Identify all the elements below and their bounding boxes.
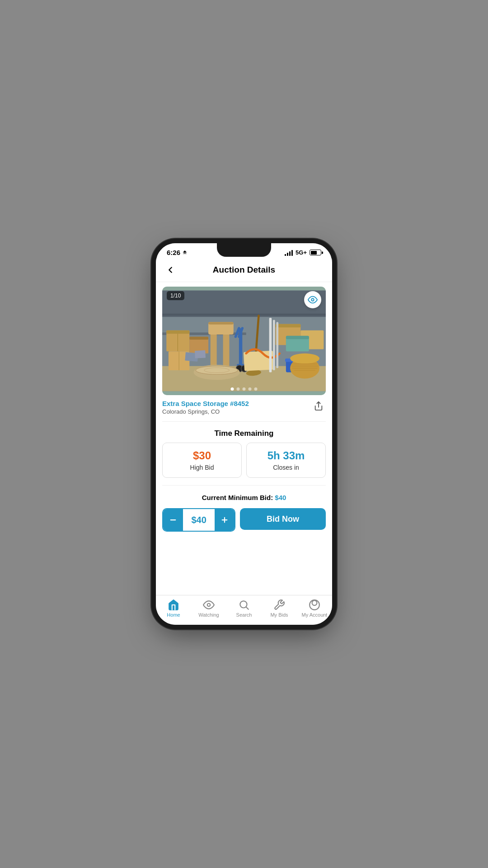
nav-my-bids[interactable]: My Bids	[262, 599, 297, 618]
auction-image-container[interactable]: 1/10	[162, 287, 326, 395]
network-type: 5G+	[296, 249, 307, 256]
image-dots	[231, 387, 258, 391]
status-right: 5G+	[285, 249, 321, 256]
time-section: Time Remaining $30 High Bid 5h 33m Close…	[156, 425, 332, 481]
main-content: 1/10 Extra Space Storage #8452 Colorado	[156, 282, 332, 595]
bid-stepper: $40	[162, 508, 235, 532]
svg-rect-42	[195, 350, 206, 359]
nav-watching[interactable]: Watching	[191, 599, 226, 618]
nav-watching-label: Watching	[198, 612, 219, 618]
share-button[interactable]	[311, 399, 326, 413]
min-bid-amount: $40	[275, 494, 286, 501]
high-bid-card: $30 High Bid	[162, 443, 242, 478]
battery-icon	[310, 250, 321, 255]
svg-rect-44	[286, 336, 309, 339]
dot-1[interactable]	[231, 387, 234, 391]
svg-rect-17	[208, 322, 234, 325]
svg-line-55	[246, 607, 249, 609]
high-bid-amount: $30	[193, 449, 211, 462]
listing-location: Colorado Springs, CO	[162, 408, 249, 415]
nav-my-bids-label: My Bids	[270, 612, 288, 618]
svg-rect-4	[162, 314, 326, 317]
svg-point-54	[240, 601, 247, 608]
listing-info: Extra Space Storage #8452 Colorado Sprin…	[156, 395, 332, 418]
svg-point-30	[290, 354, 319, 363]
my-account-icon	[309, 599, 320, 611]
stepper-decrement[interactable]	[163, 509, 183, 531]
closes-card: 5h 33m Closes in	[246, 443, 326, 478]
listing-name[interactable]: Extra Space Storage #8452	[162, 400, 249, 407]
bottom-nav: Home Watching Search	[156, 595, 332, 625]
dot-5[interactable]	[254, 387, 258, 391]
svg-rect-8	[166, 330, 189, 334]
divider-2	[162, 485, 326, 486]
min-bid-text: Current Minimum Bid: $40	[202, 494, 286, 501]
stepper-increment[interactable]	[215, 509, 235, 531]
nav-my-account-label: My Account	[302, 612, 328, 618]
my-bids-icon	[273, 599, 285, 611]
dot-4[interactable]	[249, 387, 252, 391]
watch-button[interactable]	[304, 291, 321, 308]
svg-rect-3	[162, 291, 326, 316]
closes-amount: 5h 33m	[267, 449, 305, 462]
time-remaining-title: Time Remaining	[162, 429, 326, 438]
divider-1	[162, 421, 326, 422]
page-header: Auction Details	[156, 258, 332, 282]
svg-rect-47	[276, 322, 278, 368]
svg-rect-36	[276, 324, 301, 327]
svg-point-48	[311, 298, 314, 301]
nav-search[interactable]: Search	[226, 599, 262, 618]
high-bid-label: High Bid	[190, 464, 214, 471]
nav-search-label: Search	[236, 612, 252, 618]
bid-cards: $30 High Bid 5h 33m Closes in	[162, 443, 326, 478]
svg-rect-46	[273, 320, 275, 370]
bid-controls: $40 Bid Now	[156, 505, 332, 538]
image-counter: 1/10	[167, 291, 184, 300]
status-time: 6:26	[167, 249, 188, 256]
nav-my-account[interactable]: My Account	[297, 599, 332, 618]
search-icon	[238, 599, 250, 611]
min-bid-section: Current Minimum Bid: $40	[156, 489, 332, 505]
home-icon	[168, 599, 179, 611]
nav-home[interactable]: Home	[156, 599, 191, 618]
svg-point-53	[207, 604, 211, 607]
dot-2[interactable]	[237, 387, 240, 391]
svg-point-56	[312, 600, 317, 605]
back-button[interactable]	[163, 263, 178, 277]
watching-icon	[203, 599, 215, 611]
closes-label: Closes in	[273, 464, 299, 471]
bid-now-button[interactable]: Bid Now	[240, 508, 326, 530]
svg-rect-45	[269, 318, 272, 373]
signal-bars	[285, 250, 293, 256]
stepper-value: $40	[183, 515, 215, 525]
nav-home-label: Home	[167, 612, 180, 618]
dot-3[interactable]	[243, 387, 246, 391]
svg-point-39	[196, 366, 238, 375]
svg-rect-13	[189, 337, 208, 340]
page-title: Auction Details	[178, 265, 310, 275]
